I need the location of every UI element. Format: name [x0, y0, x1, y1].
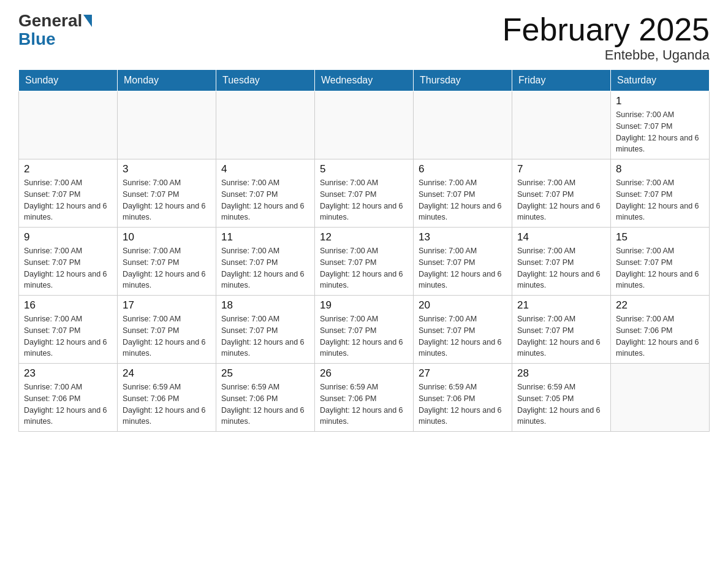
day-info: Sunrise: 7:00 AMSunset: 7:07 PMDaylight:… [123, 313, 211, 359]
day-number: 7 [517, 163, 605, 175]
table-row: 16Sunrise: 7:00 AMSunset: 7:07 PMDayligh… [19, 296, 118, 364]
title-block: February 2025 Entebbe, Uganda [502, 12, 710, 63]
day-number: 19 [320, 299, 408, 312]
table-row: 6Sunrise: 7:00 AMSunset: 7:07 PMDaylight… [414, 159, 512, 228]
table-row: 23Sunrise: 7:00 AMSunset: 7:06 PMDayligh… [19, 364, 118, 432]
day-number: 20 [419, 299, 507, 312]
table-row: 1Sunrise: 7:00 AMSunset: 7:07 PMDaylight… [611, 91, 710, 159]
day-number: 2 [24, 163, 112, 175]
table-row: 19Sunrise: 7:00 AMSunset: 7:07 PMDayligh… [315, 296, 414, 364]
table-row: 18Sunrise: 7:00 AMSunset: 7:07 PMDayligh… [216, 296, 315, 364]
logo-general-text: General [18, 12, 82, 29]
table-row [118, 91, 216, 159]
day-info: Sunrise: 7:00 AMSunset: 7:07 PMDaylight:… [24, 245, 112, 291]
table-row: 5Sunrise: 7:00 AMSunset: 7:07 PMDaylight… [315, 159, 414, 228]
day-info: Sunrise: 7:00 AMSunset: 7:07 PMDaylight:… [24, 177, 112, 223]
calendar-row: 23Sunrise: 7:00 AMSunset: 7:06 PMDayligh… [19, 364, 710, 432]
day-number: 10 [123, 231, 211, 243]
day-number: 5 [320, 163, 408, 175]
day-number: 15 [616, 231, 704, 243]
day-info: Sunrise: 7:00 AMSunset: 7:07 PMDaylight:… [616, 177, 704, 223]
day-number: 1 [616, 95, 704, 107]
day-info: Sunrise: 7:00 AMSunset: 7:07 PMDaylight:… [320, 177, 408, 223]
day-info: Sunrise: 7:00 AMSunset: 7:07 PMDaylight:… [517, 245, 605, 291]
table-row: 21Sunrise: 7:00 AMSunset: 7:07 PMDayligh… [512, 296, 611, 364]
header-monday: Monday [118, 70, 216, 91]
calendar-row: 2Sunrise: 7:00 AMSunset: 7:07 PMDaylight… [19, 159, 710, 228]
calendar-row: 1Sunrise: 7:00 AMSunset: 7:07 PMDaylight… [19, 91, 710, 159]
table-row: 10Sunrise: 7:00 AMSunset: 7:07 PMDayligh… [118, 228, 216, 296]
day-info: Sunrise: 7:00 AMSunset: 7:07 PMDaylight:… [517, 313, 605, 359]
day-number: 18 [221, 299, 309, 312]
day-info: Sunrise: 6:59 AMSunset: 7:06 PMDaylight:… [221, 381, 309, 427]
table-row [414, 91, 512, 159]
day-number: 11 [221, 231, 309, 243]
table-row: 4Sunrise: 7:00 AMSunset: 7:07 PMDaylight… [216, 159, 315, 228]
day-info: Sunrise: 6:59 AMSunset: 7:06 PMDaylight:… [419, 381, 507, 427]
day-info: Sunrise: 6:59 AMSunset: 7:06 PMDaylight:… [320, 381, 408, 427]
day-number: 3 [123, 163, 211, 175]
table-row: 14Sunrise: 7:00 AMSunset: 7:07 PMDayligh… [512, 228, 611, 296]
day-info: Sunrise: 7:00 AMSunset: 7:07 PMDaylight:… [517, 177, 605, 223]
table-row [611, 364, 710, 432]
month-title: February 2025 [502, 12, 710, 47]
header-saturday: Saturday [611, 70, 710, 91]
calendar-row: 9Sunrise: 7:00 AMSunset: 7:07 PMDaylight… [19, 228, 710, 296]
table-row [216, 91, 315, 159]
day-number: 6 [419, 163, 507, 175]
day-info: Sunrise: 7:00 AMSunset: 7:07 PMDaylight:… [221, 313, 309, 359]
day-info: Sunrise: 7:00 AMSunset: 7:07 PMDaylight:… [616, 245, 704, 291]
logo-blue-text: Blue [18, 29, 56, 48]
day-info: Sunrise: 7:00 AMSunset: 7:07 PMDaylight:… [616, 109, 704, 155]
table-row: 11Sunrise: 7:00 AMSunset: 7:07 PMDayligh… [216, 228, 315, 296]
calendar-row: 16Sunrise: 7:00 AMSunset: 7:07 PMDayligh… [19, 296, 710, 364]
day-number: 28 [517, 367, 605, 380]
table-row: 27Sunrise: 6:59 AMSunset: 7:06 PMDayligh… [414, 364, 512, 432]
header-friday: Friday [512, 70, 611, 91]
table-row [315, 91, 414, 159]
day-number: 24 [123, 367, 211, 380]
day-number: 9 [24, 231, 112, 243]
day-info: Sunrise: 7:00 AMSunset: 7:07 PMDaylight:… [123, 177, 211, 223]
day-info: Sunrise: 7:00 AMSunset: 7:07 PMDaylight:… [419, 313, 507, 359]
table-row: 20Sunrise: 7:00 AMSunset: 7:07 PMDayligh… [414, 296, 512, 364]
day-info: Sunrise: 7:00 AMSunset: 7:07 PMDaylight:… [320, 245, 408, 291]
day-number: 8 [616, 163, 704, 175]
day-info: Sunrise: 7:00 AMSunset: 7:07 PMDaylight:… [320, 313, 408, 359]
day-number: 26 [320, 367, 408, 380]
day-info: Sunrise: 7:00 AMSunset: 7:06 PMDaylight:… [24, 381, 112, 427]
header-thursday: Thursday [414, 70, 512, 91]
table-row: 26Sunrise: 6:59 AMSunset: 7:06 PMDayligh… [315, 364, 414, 432]
table-row: 24Sunrise: 6:59 AMSunset: 7:06 PMDayligh… [118, 364, 216, 432]
day-info: Sunrise: 7:00 AMSunset: 7:07 PMDaylight:… [123, 245, 211, 291]
day-info: Sunrise: 7:00 AMSunset: 7:06 PMDaylight:… [616, 313, 704, 359]
logo: General Blue [18, 12, 93, 49]
table-row: 17Sunrise: 7:00 AMSunset: 7:07 PMDayligh… [118, 296, 216, 364]
table-row: 25Sunrise: 6:59 AMSunset: 7:06 PMDayligh… [216, 364, 315, 432]
day-number: 13 [419, 231, 507, 243]
day-number: 27 [419, 367, 507, 380]
table-row: 28Sunrise: 6:59 AMSunset: 7:05 PMDayligh… [512, 364, 611, 432]
day-info: Sunrise: 7:00 AMSunset: 7:07 PMDaylight:… [419, 245, 507, 291]
table-row: 9Sunrise: 7:00 AMSunset: 7:07 PMDaylight… [19, 228, 118, 296]
table-row: 3Sunrise: 7:00 AMSunset: 7:07 PMDaylight… [118, 159, 216, 228]
table-row [512, 91, 611, 159]
table-row: 13Sunrise: 7:00 AMSunset: 7:07 PMDayligh… [414, 228, 512, 296]
day-number: 23 [24, 367, 112, 380]
header-tuesday: Tuesday [216, 70, 315, 91]
table-row: 2Sunrise: 7:00 AMSunset: 7:07 PMDaylight… [19, 159, 118, 228]
day-info: Sunrise: 7:00 AMSunset: 7:07 PMDaylight:… [221, 177, 309, 223]
table-row: 22Sunrise: 7:00 AMSunset: 7:06 PMDayligh… [611, 296, 710, 364]
day-number: 12 [320, 231, 408, 243]
table-row: 12Sunrise: 7:00 AMSunset: 7:07 PMDayligh… [315, 228, 414, 296]
day-number: 4 [221, 163, 309, 175]
day-number: 25 [221, 367, 309, 380]
calendar-table: Sunday Monday Tuesday Wednesday Thursday… [18, 69, 710, 432]
calendar-header-row: Sunday Monday Tuesday Wednesday Thursday… [19, 70, 710, 91]
day-number: 14 [517, 231, 605, 243]
day-info: Sunrise: 7:00 AMSunset: 7:07 PMDaylight:… [221, 245, 309, 291]
table-row [19, 91, 118, 159]
day-number: 22 [616, 299, 704, 312]
logo-triangle-icon [83, 15, 92, 27]
day-number: 21 [517, 299, 605, 312]
